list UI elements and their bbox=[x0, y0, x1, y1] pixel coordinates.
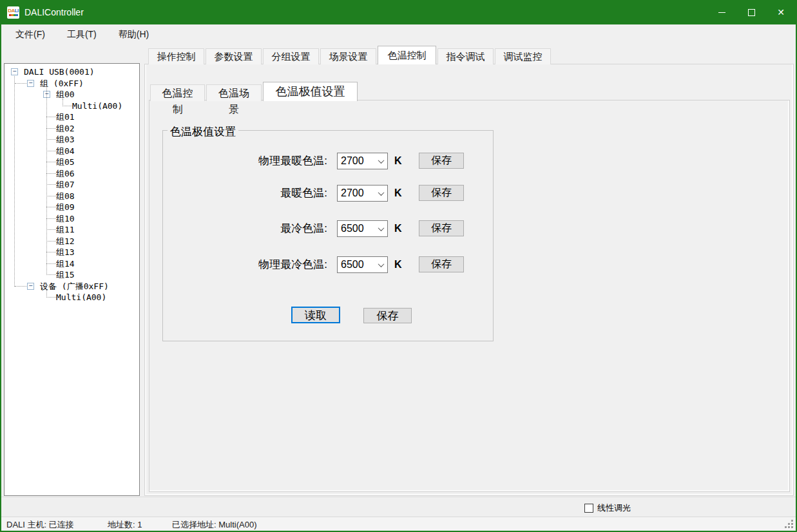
tree-item-12[interactable]: 组09 bbox=[5, 202, 139, 213]
field-label-0: 物理最暖色温: bbox=[184, 154, 327, 168]
menu-item-2[interactable]: 帮助(H) bbox=[111, 26, 157, 43]
combo-value: 2700 bbox=[338, 187, 375, 199]
sub-tab-1[interactable]: 色温场景 bbox=[206, 84, 262, 101]
tree-item-9[interactable]: 组06 bbox=[5, 168, 139, 180]
tree-guide-line bbox=[46, 290, 47, 298]
tree-item-label: 组00 bbox=[56, 89, 75, 100]
minimize-button[interactable] bbox=[707, 0, 736, 24]
tab-2[interactable]: 分组设置 bbox=[263, 48, 319, 64]
sub-tab-2[interactable]: 色温极值设置 bbox=[263, 82, 358, 101]
tree-item-15[interactable]: 组12 bbox=[5, 236, 139, 247]
tree-item-17[interactable]: 组14 bbox=[5, 258, 139, 270]
combo-value: 6500 bbox=[338, 223, 375, 234]
cct-combo-0[interactable]: 2700 bbox=[337, 153, 388, 169]
tree-item-0[interactable]: −DALI USB(0001) bbox=[5, 66, 139, 78]
tree-item-7[interactable]: 组04 bbox=[5, 146, 139, 157]
tree-item-label: 组06 bbox=[56, 168, 75, 180]
row-save-button-3[interactable]: 保存 bbox=[419, 256, 464, 272]
tab-6[interactable]: 调试监控 bbox=[495, 48, 551, 64]
tree-item-18[interactable]: 组15 bbox=[5, 269, 139, 281]
unit-label: K bbox=[394, 186, 402, 200]
tree-item-label: 组01 bbox=[56, 111, 75, 123]
linear-dimming-option[interactable]: 线性调光 bbox=[584, 502, 631, 514]
unit-label: K bbox=[394, 222, 402, 236]
chevron-down-icon bbox=[378, 189, 385, 196]
sub-tabstrip: 色温控制色温场景色温极值设置 bbox=[150, 82, 359, 101]
tab-1[interactable]: 参数设置 bbox=[206, 48, 262, 64]
tree-item-16[interactable]: 组13 bbox=[5, 247, 139, 258]
tab-4[interactable]: 色温控制 bbox=[378, 46, 436, 64]
menu-item-0[interactable]: 文件(F) bbox=[8, 26, 53, 43]
tab-3[interactable]: 场景设置 bbox=[320, 48, 376, 64]
tree-item-4[interactable]: 组01 bbox=[5, 111, 139, 123]
combo-dropdown-zone[interactable] bbox=[375, 153, 387, 169]
tree-connector bbox=[46, 139, 56, 140]
window-title: DALIController bbox=[24, 7, 84, 17]
cct-combo-1[interactable]: 2700 bbox=[337, 185, 388, 202]
tree-item-2[interactable]: −组00 bbox=[5, 89, 139, 100]
device-tree-panel: −DALI USB(0001)−组 (0xFF)−组00Multi(A00)组0… bbox=[4, 63, 140, 496]
tree-item-label: 组13 bbox=[56, 247, 75, 258]
tree-item-13[interactable]: 组10 bbox=[5, 213, 139, 225]
cct-combo-3[interactable]: 6500 bbox=[337, 256, 388, 273]
tree-item-label: 组10 bbox=[56, 213, 75, 225]
field-label-3: 物理最冷色温: bbox=[184, 258, 327, 272]
minimize-icon bbox=[718, 12, 725, 13]
tree-connector bbox=[46, 173, 56, 174]
tree-connector bbox=[62, 106, 72, 106]
combo-dropdown-zone[interactable] bbox=[375, 185, 387, 201]
close-icon: ✕ bbox=[777, 7, 785, 17]
tree-item-label: 组07 bbox=[56, 179, 75, 191]
tree-item-20[interactable]: Multi(A00) bbox=[5, 292, 139, 303]
statusbar: DALI 主机: 已连接 地址数: 1 已选择地址: Multi(A00) bbox=[1, 517, 796, 531]
tree-item-label: Multi(A00) bbox=[56, 292, 106, 303]
device-tree: −DALI USB(0001)−组 (0xFF)−组00Multi(A00)组0… bbox=[5, 64, 139, 303]
sub-tab-0[interactable]: 色温控制 bbox=[150, 84, 205, 101]
tree-item-11[interactable]: 组08 bbox=[5, 191, 139, 202]
resize-grip[interactable] bbox=[783, 518, 794, 529]
maximize-button[interactable] bbox=[736, 0, 766, 24]
row-save-button-1[interactable]: 保存 bbox=[419, 185, 464, 201]
tree-connector bbox=[46, 151, 56, 151]
tree-connector bbox=[46, 218, 56, 219]
tree-item-3[interactable]: Multi(A00) bbox=[5, 100, 139, 112]
tree-connector bbox=[46, 117, 56, 117]
tree-item-6[interactable]: 组03 bbox=[5, 134, 139, 146]
maximize-icon bbox=[748, 9, 755, 16]
tree-item-19[interactable]: −设备 (广播0xFF) bbox=[5, 281, 139, 292]
field-label-2: 最冷色温: bbox=[184, 222, 327, 236]
close-button[interactable]: ✕ bbox=[766, 0, 796, 24]
tree-item-14[interactable]: 组11 bbox=[5, 224, 139, 236]
collapse-icon[interactable]: − bbox=[27, 283, 34, 290]
tree-connector bbox=[15, 286, 26, 287]
row-save-button-2[interactable]: 保存 bbox=[419, 220, 464, 236]
collapse-icon[interactable]: − bbox=[27, 80, 34, 87]
collapse-icon[interactable]: − bbox=[11, 68, 18, 75]
tree-item-8[interactable]: 组05 bbox=[5, 157, 139, 168]
linear-dimming-checkbox[interactable] bbox=[584, 504, 593, 513]
save-all-button[interactable]: 保存 bbox=[363, 308, 412, 323]
cct-combo-2[interactable]: 6500 bbox=[337, 220, 388, 237]
tree-item-label: DALI USB(0001) bbox=[24, 66, 95, 78]
tree-guide-line bbox=[46, 88, 47, 275]
unit-label: K bbox=[394, 154, 402, 168]
combo-dropdown-zone[interactable] bbox=[375, 221, 387, 236]
status-host: DALI 主机: 已连接 bbox=[6, 519, 74, 531]
tree-guide-line bbox=[62, 99, 63, 106]
row-save-button-0[interactable]: 保存 bbox=[419, 153, 464, 169]
tree-item-label: 组03 bbox=[56, 134, 75, 146]
tree-item-label: Multi(A00) bbox=[72, 100, 122, 112]
tree-item-1[interactable]: −组 (0xFF) bbox=[5, 78, 139, 90]
tree-connector bbox=[46, 184, 56, 185]
read-button[interactable]: 读取 bbox=[291, 307, 340, 323]
combo-dropdown-zone[interactable] bbox=[375, 257, 387, 272]
tree-item-label: 组02 bbox=[56, 123, 75, 135]
chevron-down-icon bbox=[378, 225, 385, 231]
tab-5[interactable]: 指令调试 bbox=[437, 48, 494, 64]
main-tabstrip: 操作控制参数设置分组设置场景设置色温控制指令调试调试监控 bbox=[148, 46, 552, 64]
tree-item-5[interactable]: 组02 bbox=[5, 123, 139, 135]
tab-0[interactable]: 操作控制 bbox=[148, 48, 204, 64]
tree-connector bbox=[46, 241, 56, 242]
menu-item-1[interactable]: 工具(T) bbox=[59, 26, 104, 43]
tree-item-10[interactable]: 组07 bbox=[5, 179, 139, 191]
